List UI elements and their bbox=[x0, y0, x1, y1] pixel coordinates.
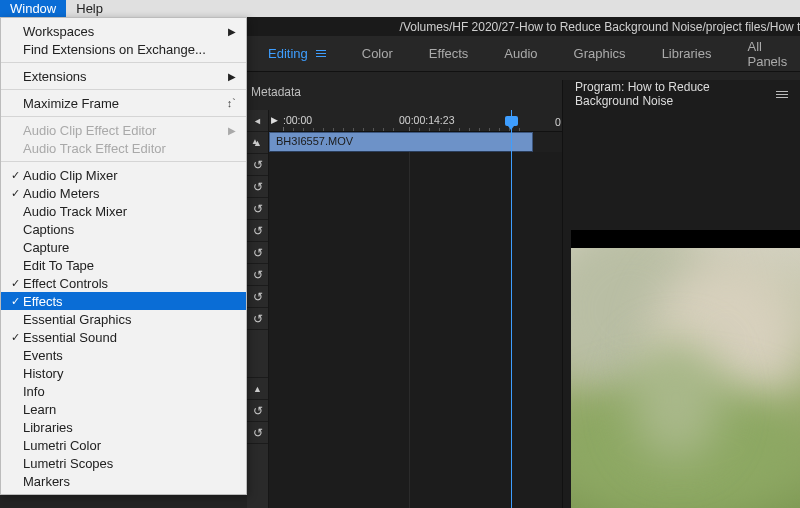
menu-item-label: Learn bbox=[23, 402, 236, 417]
workspace-tab-editing[interactable]: Editing bbox=[250, 36, 344, 71]
menu-item-label: Extensions bbox=[23, 69, 220, 84]
track-reset-icon-6[interactable]: ↺ bbox=[247, 264, 268, 286]
menu-item-label: Effect Controls bbox=[23, 276, 236, 291]
menu-item-learn[interactable]: Learn bbox=[1, 400, 246, 418]
playhead-knob[interactable] bbox=[505, 116, 518, 126]
menu-item-info[interactable]: Info bbox=[1, 382, 246, 400]
menu-item-label: Audio Clip Mixer bbox=[23, 168, 236, 183]
menu-item-effect-controls[interactable]: ✓Effect Controls bbox=[1, 274, 246, 292]
track-reset-icon-9[interactable]: ↺ bbox=[247, 400, 268, 422]
program-panel-title: Program: How to Reduce Background Noise bbox=[575, 80, 776, 108]
workspace-tab-effects[interactable]: Effects bbox=[411, 36, 487, 71]
workspace-tab-audio[interactable]: Audio bbox=[486, 36, 555, 71]
menu-item-audio-clip-effect-editor: Audio Clip Effect Editor▶ bbox=[1, 121, 246, 139]
menu-item-markers[interactable]: Markers bbox=[1, 472, 246, 490]
program-monitor[interactable] bbox=[571, 230, 800, 508]
workspace-tab-label: Editing bbox=[268, 46, 308, 61]
menu-item-label: Essential Sound bbox=[23, 330, 236, 345]
check-icon: ✓ bbox=[7, 331, 23, 344]
submenu-arrow-icon: ▶ bbox=[228, 71, 236, 82]
menu-item-label: Audio Track Mixer bbox=[23, 204, 236, 219]
program-letterbox-top bbox=[571, 230, 800, 248]
menu-item-label: Markers bbox=[23, 474, 236, 489]
track-reset-icon-2[interactable]: ↺ bbox=[247, 176, 268, 198]
menu-item-lumetri-scopes[interactable]: Lumetri Scopes bbox=[1, 454, 246, 472]
menu-item-audio-meters[interactable]: ✓Audio Meters bbox=[1, 184, 246, 202]
menu-item-label: Essential Graphics bbox=[23, 312, 236, 327]
track-reset-icon-4[interactable]: ↺ bbox=[247, 220, 268, 242]
menu-item-label: Info bbox=[23, 384, 236, 399]
menu-item-label: Capture bbox=[23, 240, 236, 255]
hamburger-icon[interactable] bbox=[316, 50, 326, 57]
menu-item-edit-to-tape[interactable]: Edit To Tape bbox=[1, 256, 246, 274]
track-reset-icon-10[interactable]: ↺ bbox=[247, 422, 268, 444]
menu-item-label: Lumetri Color bbox=[23, 438, 236, 453]
panel-menu-icon[interactable] bbox=[776, 91, 788, 98]
menu-item-label: Find Extensions on Exchange... bbox=[23, 42, 236, 57]
submenu-arrow-icon: ▶ bbox=[228, 26, 236, 37]
check-icon: ✓ bbox=[7, 295, 23, 308]
timeline-clip[interactable]: ▲ BH3I6557.MOV bbox=[269, 132, 533, 152]
menu-item-label: Edit To Tape bbox=[23, 258, 236, 273]
track-collapse-icon-2[interactable]: ▲ bbox=[247, 378, 268, 400]
program-panel-header: Program: How to Reduce Background Noise bbox=[563, 80, 800, 108]
clip-name: BH3I6557.MOV bbox=[276, 135, 353, 147]
workspace-tab-graphics[interactable]: Graphics bbox=[556, 36, 644, 71]
menu-item-maximize-frame[interactable]: Maximize Frame↕` bbox=[1, 94, 246, 112]
menu-item-history[interactable]: History bbox=[1, 364, 246, 382]
menu-item-label: Events bbox=[23, 348, 236, 363]
track-reset-icon-8[interactable]: ↺ bbox=[247, 308, 268, 330]
check-icon: ✓ bbox=[7, 169, 23, 182]
menu-item-essential-sound[interactable]: ✓Essential Sound bbox=[1, 328, 246, 346]
track-gutter: ◄ ▲ ↺ ↺ ↺ ↺ ↺ ↺ ↺ ↺ ▲ ↺ ↺ bbox=[247, 110, 269, 508]
time-label-1: 00:00:14:23 bbox=[399, 114, 454, 126]
menu-item-label: Workspaces bbox=[23, 24, 220, 39]
menu-item-workspaces[interactable]: Workspaces▶ bbox=[1, 22, 246, 40]
menu-item-essential-graphics[interactable]: Essential Graphics bbox=[1, 310, 246, 328]
check-icon: ✓ bbox=[7, 187, 23, 200]
workspace-tab-allpanels[interactable]: All Panels bbox=[729, 36, 800, 71]
menu-item-find-extensions-on-exchange[interactable]: Find Extensions on Exchange... bbox=[1, 40, 246, 58]
submenu-arrow-icon: ▶ bbox=[228, 125, 236, 136]
menu-item-audio-clip-mixer[interactable]: ✓Audio Clip Mixer bbox=[1, 166, 246, 184]
menu-item-events[interactable]: Events bbox=[1, 346, 246, 364]
menu-item-label: Maximize Frame bbox=[23, 96, 227, 111]
menu-item-label: Audio Clip Effect Editor bbox=[23, 123, 220, 138]
menu-item-audio-track-mixer[interactable]: Audio Track Mixer bbox=[1, 202, 246, 220]
timeline-prev-icon[interactable]: ◄ bbox=[247, 110, 268, 132]
menu-item-label: Audio Track Effect Editor bbox=[23, 141, 236, 156]
menu-item-label: Captions bbox=[23, 222, 236, 237]
menu-item-label: History bbox=[23, 366, 236, 381]
menu-item-label: Audio Meters bbox=[23, 186, 236, 201]
menu-accelerator: ↕` bbox=[227, 97, 236, 109]
menu-item-effects[interactable]: ✓Effects bbox=[1, 292, 246, 310]
timeline-panel: ◄ ▲ ↺ ↺ ↺ ↺ ↺ ↺ ↺ ↺ ▲ ↺ ↺ ▶ :00:00 00:00… bbox=[247, 110, 562, 508]
time-label-0: :00:00 bbox=[283, 114, 312, 126]
menu-item-capture[interactable]: Capture bbox=[1, 238, 246, 256]
menu-bar: Window Help bbox=[0, 0, 800, 17]
menu-help[interactable]: Help bbox=[66, 0, 113, 17]
menu-item-libraries[interactable]: Libraries bbox=[1, 418, 246, 436]
menu-item-captions[interactable]: Captions bbox=[1, 220, 246, 238]
program-panel: Program: How to Reduce Background Noise bbox=[562, 80, 800, 508]
time-label-end: 0 bbox=[555, 116, 561, 128]
window-dropdown: Workspaces▶Find Extensions on Exchange..… bbox=[0, 17, 247, 495]
track-reset-icon-5[interactable]: ↺ bbox=[247, 242, 268, 264]
tracks-area[interactable] bbox=[269, 152, 562, 508]
track-reset-icon-7[interactable]: ↺ bbox=[247, 286, 268, 308]
workspace-tab-libraries[interactable]: Libraries bbox=[644, 36, 730, 71]
time-ruler[interactable]: ▶ :00:00 00:00:14:23 0 bbox=[269, 110, 562, 132]
track-reset-icon-1[interactable]: ↺ bbox=[247, 154, 268, 176]
menu-window[interactable]: Window bbox=[0, 0, 66, 17]
menu-item-label: Libraries bbox=[23, 420, 236, 435]
menu-item-label: Effects bbox=[23, 294, 236, 309]
clip-up-icon: ▲ bbox=[251, 137, 259, 146]
playhead[interactable] bbox=[511, 110, 512, 508]
menu-item-extensions[interactable]: Extensions▶ bbox=[1, 67, 246, 85]
check-icon: ✓ bbox=[7, 277, 23, 290]
track-reset-icon-3[interactable]: ↺ bbox=[247, 198, 268, 220]
menu-item-lumetri-color[interactable]: Lumetri Color bbox=[1, 436, 246, 454]
workspace-tab-color[interactable]: Color bbox=[344, 36, 411, 71]
menu-item-audio-track-effect-editor: Audio Track Effect Editor bbox=[1, 139, 246, 157]
panel-tab-metadata[interactable]: Metadata bbox=[247, 85, 301, 105]
